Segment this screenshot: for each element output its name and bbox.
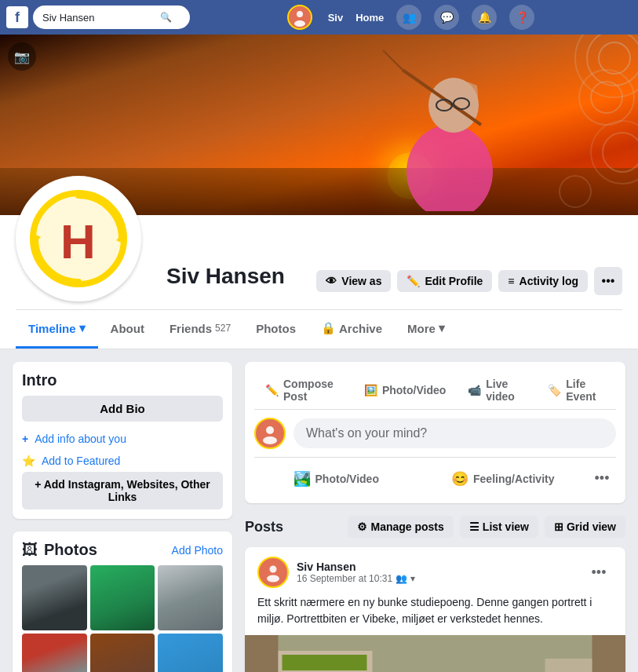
photo-compose-icon: 🖼️ xyxy=(364,384,377,396)
svg-rect-45 xyxy=(545,659,592,672)
feeling-activity-action-btn[interactable]: 😊 Feeling/Activity xyxy=(421,464,585,494)
svg-point-16 xyxy=(560,176,591,207)
compose-more-options-btn[interactable]: ••• xyxy=(588,464,616,492)
photos-card: 🖼 Photos Add Photo xyxy=(13,531,232,672)
svg-line-5 xyxy=(383,50,403,70)
post-header: Siv Hansen 16 September at 10:31 👥 ▾ ••• xyxy=(245,547,625,594)
photo-video-action-icon: 🏞️ xyxy=(293,470,311,488)
tab-friends[interactable]: Friends 527 xyxy=(157,311,243,349)
photo-video-action-btn[interactable]: 🏞️ Photo/Video xyxy=(254,464,418,494)
svg-point-26 xyxy=(267,575,279,583)
post-image xyxy=(245,635,625,672)
messenger-icon-btn[interactable]: 💬 xyxy=(434,5,459,30)
compose-post-tab[interactable]: ✏️ Compose Post xyxy=(254,371,353,409)
post-options-button[interactable]: ••• xyxy=(585,558,613,586)
nav-avatar[interactable] xyxy=(287,5,312,30)
live-video-icon: 📹 xyxy=(468,384,481,396)
cover-camera-icon[interactable]: 📷 xyxy=(8,42,36,71)
live-video-tab[interactable]: 📹 Live video xyxy=(457,371,537,409)
help-icon-btn[interactable]: ❓ xyxy=(509,5,534,30)
post-author-info: Siv Hansen 16 September at 10:31 👥 ▾ xyxy=(257,557,415,588)
edit-profile-button[interactable]: ✏️ Edit Profile xyxy=(397,270,492,292)
profile-info-row: H Siv Hansen 👁 View as ✏️ xyxy=(16,215,622,309)
grid-view-button[interactable]: ⊞ Grid view xyxy=(545,516,625,538)
tab-photos[interactable]: Photos xyxy=(243,311,308,349)
compose-tabs: ✏️ Compose Post 🖼️ Photo/Video 📹 Live vi… xyxy=(254,371,616,410)
photos-title: Photos xyxy=(44,541,97,559)
svg-text:H: H xyxy=(60,214,96,268)
add-photo-link[interactable]: Add Photo xyxy=(172,544,223,557)
add-info-item: + Add info about you xyxy=(22,428,223,450)
chevron-post-icon: ▾ xyxy=(410,573,415,584)
post-date: 16 September at 10:31 👥 ▾ xyxy=(297,573,415,584)
post-meta-block: Siv Hansen 16 September at 10:31 👥 ▾ xyxy=(297,561,415,584)
profile-tabs: Timeline ▾ About Friends 527 Photos 🔒 Ar… xyxy=(16,309,622,349)
photo-video-tab[interactable]: 🖼️ Photo/Video xyxy=(353,371,457,409)
life-event-tab[interactable]: 🏷️ Life Event xyxy=(537,371,616,409)
main-content: Intro Add Bio + Add info about you ⭐ Add… xyxy=(0,349,638,672)
search-input[interactable] xyxy=(42,12,160,24)
svg-point-25 xyxy=(270,566,277,573)
tab-more[interactable]: More ▾ xyxy=(395,310,458,349)
photo-thumb[interactable] xyxy=(90,634,155,672)
friends-count-badge: 527 xyxy=(215,323,231,334)
nav-home-link[interactable]: Home xyxy=(355,12,384,24)
right-content: ✏️ Compose Post 🖼️ Photo/Video 📹 Live vi… xyxy=(245,362,625,672)
post-author-avatar xyxy=(257,557,289,588)
pencil-icon: ✏️ xyxy=(406,275,420,287)
svg-point-23 xyxy=(266,426,274,434)
svg-line-8 xyxy=(452,104,454,105)
flag-icon: 🏷️ xyxy=(548,384,561,396)
search-bar[interactable]: 🔍 xyxy=(33,5,190,29)
chevron-down-icon: ▾ xyxy=(79,321,86,335)
post-author-name: Siv Hansen xyxy=(297,561,415,573)
cover-decoration-circles xyxy=(497,35,638,215)
photo-thumb[interactable] xyxy=(158,634,223,672)
feeling-icon: 😊 xyxy=(451,470,468,488)
grid-view-icon: ⊞ xyxy=(554,520,563,533)
search-icon: 🔍 xyxy=(160,12,172,23)
eye-icon: 👁 xyxy=(326,275,337,287)
profile-actions: 👁 View as ✏️ Edit Profile ≡ Activity log… xyxy=(316,267,622,295)
compose-user-avatar xyxy=(254,418,286,449)
photo-thumb[interactable] xyxy=(22,634,87,672)
facebook-logo[interactable]: f xyxy=(6,6,28,28)
tab-archive[interactable]: 🔒 Archive xyxy=(308,310,395,349)
manage-posts-button[interactable]: ⚙ Manage posts xyxy=(348,516,453,538)
photo-thumb[interactable] xyxy=(158,565,223,630)
tab-about[interactable]: About xyxy=(98,311,157,349)
add-featured-item: ⭐ Add to Featured xyxy=(22,450,223,472)
add-links-button[interactable]: + Add Instagram, Websites, Other Links xyxy=(22,472,223,509)
photos-icon: 🖼 xyxy=(22,541,38,559)
photos-grid xyxy=(22,565,223,672)
compose-input-row: What's on your mind? xyxy=(254,418,616,449)
list-view-button[interactable]: ☰ List view xyxy=(460,516,538,538)
add-info-link[interactable]: Add info about you xyxy=(35,433,126,445)
plus-icon: + xyxy=(22,433,28,445)
more-options-button[interactable]: ••• xyxy=(594,267,622,295)
svg-point-1 xyxy=(294,20,305,27)
cover-container: 📷 H xyxy=(0,35,638,349)
audience-icon: 👥 xyxy=(396,573,407,584)
friends-icon-btn[interactable]: 👥 xyxy=(396,5,421,30)
photo-thumb[interactable] xyxy=(90,565,155,630)
left-sidebar: Intro Add Bio + Add info about you ⭐ Add… xyxy=(13,362,232,672)
lock-icon: 🔒 xyxy=(321,321,336,335)
intro-card: Intro Add Bio + Add info about you ⭐ Add… xyxy=(13,362,232,519)
nav-center: Siv Home 👥 💬 🔔 ❓ xyxy=(190,5,632,30)
svg-point-24 xyxy=(263,436,277,444)
star-icon: ⭐ xyxy=(22,455,35,467)
add-featured-link[interactable]: Add to Featured xyxy=(42,455,120,467)
profile-avatar: H xyxy=(16,176,141,301)
tab-timeline[interactable]: Timeline ▾ xyxy=(16,310,98,349)
notifications-icon-btn[interactable]: 🔔 xyxy=(472,5,497,30)
activity-log-button[interactable]: ≡ Activity log xyxy=(498,270,588,292)
add-bio-button[interactable]: Add Bio xyxy=(22,396,223,422)
top-navigation: f 🔍 Siv Home 👥 💬 🔔 ❓ xyxy=(0,0,638,35)
compose-text-input[interactable]: What's on your mind? xyxy=(293,418,616,448)
list-view-icon: ☰ xyxy=(469,520,479,533)
photo-thumb[interactable] xyxy=(22,565,87,630)
compose-action-buttons: 🏞️ Photo/Video 😊 Feeling/Activity ••• xyxy=(254,457,616,494)
svg-point-0 xyxy=(297,11,303,17)
view-as-button[interactable]: 👁 View as xyxy=(316,270,391,292)
